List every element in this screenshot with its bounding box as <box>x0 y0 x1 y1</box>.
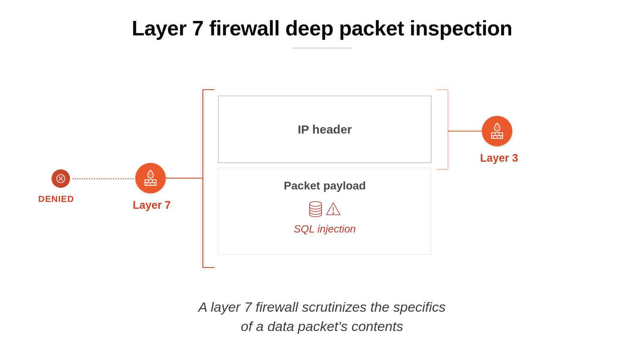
threat-label: SQL injection <box>294 223 356 235</box>
svg-point-0 <box>310 202 322 206</box>
layer3-firewall-node <box>482 116 512 146</box>
warning-triangle-icon <box>325 201 341 217</box>
diagram-title: Layer 7 firewall deep packet inspection <box>0 16 644 40</box>
connector-l3-to-packet <box>448 131 482 132</box>
layer3-label: Layer 3 <box>467 152 531 165</box>
firewall-icon <box>142 169 159 187</box>
title-underline <box>292 47 352 49</box>
caption-line-2: of a data packet's contents <box>0 317 644 336</box>
svg-point-2 <box>333 213 334 214</box>
denied-label: DENIED <box>38 194 74 204</box>
denied-x-icon <box>56 173 66 184</box>
connector-denied-to-l7 <box>72 178 134 180</box>
caption-line-1: A layer 7 firewall scrutinizes the speci… <box>0 298 644 317</box>
connector-l7-to-packet <box>166 178 202 179</box>
packet-payload-box: Packet payload <box>218 168 431 255</box>
threat-icons <box>308 201 341 217</box>
payload-title: Packet payload <box>284 179 366 192</box>
bracket-layer7 <box>202 89 215 268</box>
diagram-caption: A layer 7 firewall scrutinizes the speci… <box>0 298 644 336</box>
denied-node <box>52 169 70 188</box>
layer7-firewall-node <box>135 163 166 193</box>
database-icon <box>308 201 323 217</box>
packet-group: IP header Packet payload <box>218 96 431 255</box>
bracket-layer3 <box>436 89 448 170</box>
firewall-icon <box>489 122 505 140</box>
ip-header-label: IP header <box>298 123 352 136</box>
diagram-canvas: Layer 7 firewall deep packet inspection … <box>0 0 644 362</box>
layer7-label: Layer 7 <box>120 199 184 212</box>
ip-header-box: IP header <box>218 96 431 163</box>
